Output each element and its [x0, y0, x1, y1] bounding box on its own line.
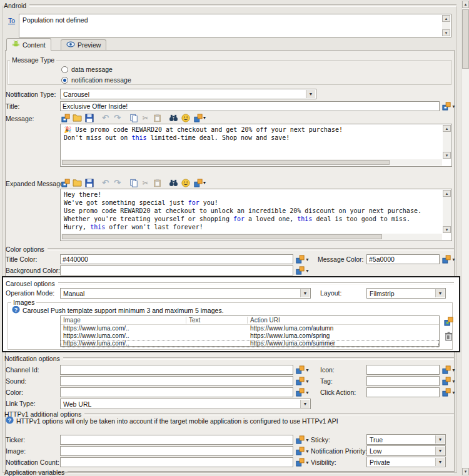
title-personalization-picker[interactable]: ▼ [442, 101, 456, 111]
paste-icon[interactable] [152, 112, 163, 123]
tag-input[interactable] [366, 376, 440, 386]
sound-input[interactable] [60, 376, 293, 386]
table-row[interactable]: https://www.luma.com/..https://www.luma.… [61, 340, 439, 347]
open-folder-icon[interactable] [72, 177, 83, 188]
redo-icon[interactable]: ↷ [112, 177, 123, 188]
image-input[interactable] [60, 446, 293, 456]
icon-picker[interactable]: ▼ [442, 365, 456, 375]
notification-count-picker[interactable]: ▼ [296, 457, 310, 467]
expanded-hscrollbar[interactable] [61, 234, 442, 240]
channel-id-picker[interactable]: ▼ [296, 365, 310, 375]
population-scrollbar[interactable]: ▲ ▼ [442, 15, 450, 36]
message-color-picker[interactable]: ▼ [442, 254, 456, 264]
link-type-select[interactable]: Web URL▼ [60, 399, 311, 409]
scroll-up-icon[interactable]: ▲ [462, 1, 469, 8]
text-color-picker-icon[interactable]: ▼ [192, 112, 208, 123]
scroll-up-icon[interactable]: ▲ [442, 15, 450, 22]
color-picker[interactable]: ▼ [296, 387, 310, 397]
page-scrollbar[interactable]: ▲ ▼ [461, 0, 469, 476]
message-textarea[interactable]: 🎉 Use promo code REWARD20 at checkout an… [60, 124, 452, 167]
data-message-label[interactable]: data message [71, 66, 113, 73]
add-image-button[interactable] [444, 317, 453, 327]
title-color-picker[interactable]: ▼ [296, 254, 310, 264]
image-picker[interactable]: ▼ [296, 446, 310, 456]
copy-icon[interactable] [128, 112, 139, 123]
notification-count-input[interactable] [60, 457, 293, 467]
notification-message-radio[interactable] [61, 77, 68, 84]
chevron-down-icon[interactable]: ▼ [300, 400, 310, 408]
copy-icon[interactable] [128, 177, 139, 188]
click-action-picker[interactable]: ▼ [442, 387, 456, 397]
chevron-down-icon[interactable]: ▼ [306, 90, 315, 98]
scroll-down-icon[interactable]: ▼ [443, 226, 451, 233]
scroll-up-icon[interactable]: ▲ [443, 190, 451, 197]
channel-id-input[interactable] [60, 365, 293, 375]
insert-personalization-icon[interactable] [60, 112, 71, 123]
table-row[interactable]: https://www.luma.com/..https://www.luma.… [61, 325, 439, 332]
paste-icon[interactable] [152, 177, 163, 188]
sound-picker[interactable]: ▼ [296, 376, 310, 386]
images-table-header: Image Text Action URI [61, 316, 439, 325]
scroll-down-icon[interactable]: ▼ [443, 152, 451, 159]
undo-icon[interactable]: ↶ [100, 112, 111, 123]
images-table[interactable]: Image Text Action URI https://www.luma.c… [60, 315, 440, 347]
cut-icon[interactable]: ✂ [140, 112, 151, 123]
background-color-picker[interactable]: ▼ [296, 265, 310, 275]
chevron-down-icon[interactable]: ▼ [435, 289, 445, 297]
operation-mode-select[interactable]: Manual▼ [60, 288, 311, 299]
title-input[interactable] [60, 101, 440, 111]
undo-icon[interactable]: ↶ [100, 177, 111, 188]
expanded-message-textarea[interactable]: Hey there!We've got something special ju… [60, 189, 452, 241]
text-color-picker-icon[interactable]: ▼ [192, 177, 208, 188]
chevron-down-icon[interactable]: ▼ [435, 435, 445, 444]
find-icon[interactable] [168, 112, 179, 123]
chevron-down-icon[interactable]: ▼ [435, 458, 445, 466]
to-link[interactable]: To [8, 17, 15, 24]
ticker-input[interactable] [60, 435, 293, 445]
column-header-image[interactable]: Image [63, 316, 81, 324]
save-icon[interactable] [84, 112, 94, 123]
title-label: Title: [6, 102, 19, 110]
column-header-text[interactable]: Text [189, 316, 200, 324]
notification-type-select[interactable]: Carousel▼ [60, 89, 316, 99]
population-text: Population not defined [23, 16, 88, 24]
ticker-picker[interactable]: ▼ [296, 435, 310, 445]
icon-input[interactable] [366, 365, 440, 375]
emoji-icon[interactable] [180, 177, 191, 188]
table-row[interactable]: https://www.luma.com/..https://www.luma.… [61, 332, 439, 340]
notification-message-label[interactable]: notification message [71, 76, 131, 84]
sticky-select[interactable]: True▼ [366, 434, 446, 445]
emoji-icon[interactable] [180, 112, 191, 123]
scrollbar-thumb[interactable] [462, 9, 469, 69]
notification-priority-select[interactable]: Low▼ [366, 445, 446, 456]
tag-picker[interactable]: ▼ [442, 376, 456, 386]
message-vscrollbar[interactable]: ▲ ▼ [443, 125, 451, 159]
tab-content[interactable]: Content [6, 38, 51, 51]
background-color-input[interactable] [60, 265, 293, 275]
layout-select[interactable]: Filmstrip▼ [366, 288, 446, 299]
column-header-action-uri[interactable]: Action URI [250, 316, 280, 324]
save-icon[interactable] [84, 177, 94, 188]
chevron-down-icon[interactable]: ▼ [451, 104, 456, 109]
tab-preview[interactable]: Preview [61, 39, 106, 50]
population-field[interactable]: Population not defined ▲ ▼ [19, 14, 451, 37]
delete-image-button[interactable] [445, 332, 453, 342]
redo-icon[interactable]: ↷ [112, 112, 123, 123]
title-color-input[interactable] [60, 254, 293, 264]
visibility-select[interactable]: Private▼ [366, 457, 446, 467]
find-icon[interactable] [168, 177, 179, 188]
message-color-input[interactable] [366, 254, 440, 264]
chevron-down-icon[interactable]: ▼ [435, 447, 445, 455]
chevron-down-icon[interactable]: ▼ [300, 289, 310, 297]
data-message-radio[interactable] [61, 66, 68, 73]
open-folder-icon[interactable] [72, 112, 83, 123]
expanded-vscrollbar[interactable]: ▲ ▼ [443, 190, 451, 233]
scroll-up-icon[interactable]: ▲ [443, 125, 451, 132]
insert-personalization-icon[interactable] [60, 177, 71, 188]
scroll-down-icon[interactable]: ▼ [462, 468, 469, 475]
color-input[interactable] [60, 387, 293, 397]
scroll-down-icon[interactable]: ▼ [442, 29, 450, 36]
message-hscrollbar[interactable] [61, 159, 442, 166]
cut-icon[interactable]: ✂ [140, 177, 151, 188]
click-action-input[interactable] [366, 387, 440, 397]
